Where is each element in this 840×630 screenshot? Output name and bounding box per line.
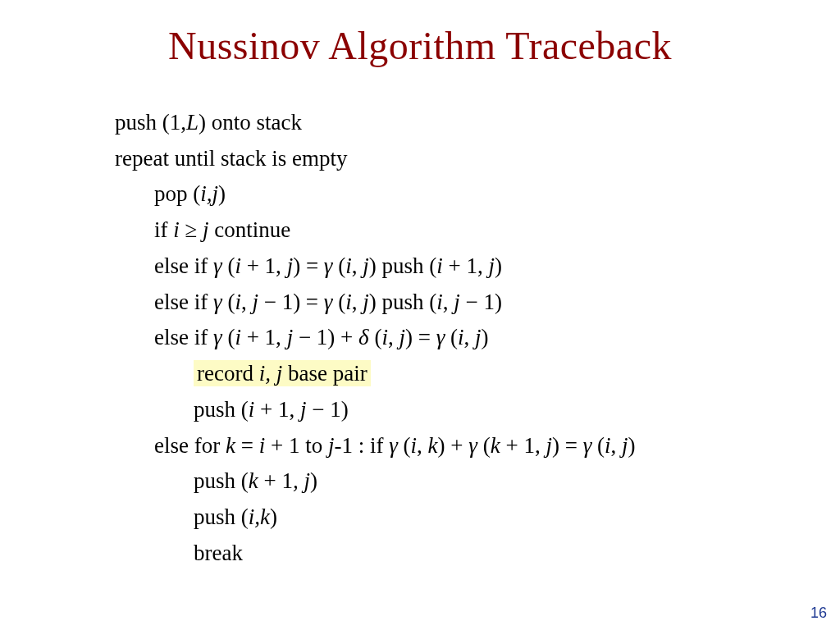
- var-j: j: [300, 397, 307, 422]
- text: ,: [241, 290, 253, 314]
- text: + 1,: [254, 397, 300, 422]
- text: else if: [154, 290, 213, 314]
- var-k: k: [491, 433, 500, 458]
- var-i: i: [173, 217, 180, 242]
- text: ): [628, 433, 636, 458]
- text: ) =: [552, 433, 583, 458]
- gamma: γ: [324, 253, 333, 278]
- var-i: i: [235, 325, 241, 349]
- text: ) =: [405, 325, 436, 349]
- line-push-initial: push (1,L) onto stack: [115, 105, 791, 141]
- var-j: j: [475, 325, 482, 349]
- text: (: [222, 290, 235, 314]
- gamma: γ: [583, 433, 592, 458]
- text: ) push (: [369, 253, 437, 278]
- var-i: i: [411, 433, 418, 458]
- text: + 1,: [443, 253, 489, 278]
- text: ): [495, 253, 502, 278]
- text: (: [445, 325, 458, 349]
- var-ik: i,k: [249, 504, 270, 529]
- text: ): [310, 468, 317, 493]
- text: ,: [388, 325, 399, 349]
- text: continue: [209, 217, 291, 242]
- var-j: , j: [293, 468, 310, 493]
- text: ,: [611, 433, 623, 458]
- text: ): [218, 181, 226, 206]
- var-i: i: [345, 290, 352, 314]
- gamma: γ: [213, 253, 222, 278]
- pseudocode-body: push (1,L) onto stack repeat until stack…: [115, 105, 791, 572]
- var-j: j: [287, 253, 294, 278]
- line-record: record i, j base pair: [115, 356, 791, 392]
- gamma: γ: [468, 433, 477, 458]
- text: − 1): [460, 290, 502, 314]
- line-elseif-2: else if γ (i, j − 1) = γ (i, j) push (i,…: [115, 285, 791, 321]
- slide-title: Nussinov Algorithm Traceback: [0, 23, 840, 68]
- text: ,: [352, 290, 363, 314]
- text: (: [477, 433, 491, 458]
- text: + 1 to: [265, 433, 328, 458]
- var-ij: i,j: [200, 181, 218, 206]
- var-j: j: [622, 433, 628, 458]
- line-push-ik: push (i,k): [115, 500, 791, 536]
- text: ,: [417, 433, 428, 458]
- gamma: γ: [389, 433, 398, 458]
- text: push (: [194, 468, 249, 493]
- text: ): [270, 504, 277, 529]
- var-ij: i, j: [259, 361, 283, 386]
- text: (: [333, 253, 346, 278]
- text: base pair: [282, 361, 367, 386]
- text: (: [222, 325, 235, 349]
- var-j: j: [489, 253, 495, 278]
- text: ,: [464, 325, 476, 349]
- text: (: [333, 290, 346, 314]
- text: ): [482, 325, 489, 349]
- text: + 1: [258, 468, 293, 493]
- text: -1 : if: [334, 433, 389, 458]
- text: ,: [443, 290, 454, 314]
- var-L: L: [186, 110, 199, 135]
- var-i: i: [345, 253, 352, 278]
- var-i: i: [458, 325, 464, 349]
- text: (: [222, 253, 235, 278]
- text: push (1,: [115, 110, 186, 135]
- text: (: [591, 433, 605, 458]
- slide: Nussinov Algorithm Traceback push (1,L) …: [0, 0, 840, 630]
- var-j: j: [287, 325, 294, 349]
- var-j: j: [363, 290, 369, 314]
- text: − 1) +: [293, 325, 358, 349]
- var-k: k: [249, 468, 258, 493]
- line-repeat: repeat until stack is empty: [115, 141, 791, 177]
- text: ) =: [293, 253, 324, 278]
- var-i: i: [381, 325, 388, 349]
- line-if-continue: if i ≥ j continue: [115, 212, 791, 249]
- text: if: [154, 217, 173, 242]
- text: ) push (: [369, 290, 437, 314]
- text: pop (: [154, 181, 200, 206]
- var-i: i: [235, 253, 241, 278]
- gamma: γ: [436, 325, 445, 349]
- text: − 1) =: [258, 290, 324, 314]
- var-j: j: [363, 253, 369, 278]
- var-j: j: [399, 325, 405, 349]
- delta: δ: [358, 325, 369, 349]
- page-number: 16: [810, 605, 827, 622]
- text: (: [369, 325, 382, 349]
- text: + 1,: [241, 253, 287, 278]
- line-else-for: else for k = i + 1 to j-1 : if γ (i, k) …: [115, 428, 791, 464]
- line-push-diag: push (i + 1, j − 1): [115, 392, 791, 428]
- text: else if: [154, 325, 213, 349]
- var-i: i: [436, 290, 443, 314]
- var-i: i: [235, 290, 241, 314]
- gamma: γ: [324, 290, 333, 314]
- text: + 1,: [500, 433, 546, 458]
- line-push-k1j: push (k + 1, j): [115, 463, 791, 500]
- var-k: k: [226, 433, 235, 458]
- text: − 1): [307, 397, 349, 422]
- text: (: [398, 433, 411, 458]
- text: push (: [194, 397, 249, 422]
- text: ) onto stack: [199, 110, 302, 135]
- gamma: γ: [213, 290, 222, 314]
- var-i: i: [605, 433, 611, 458]
- var-i: i: [436, 253, 443, 278]
